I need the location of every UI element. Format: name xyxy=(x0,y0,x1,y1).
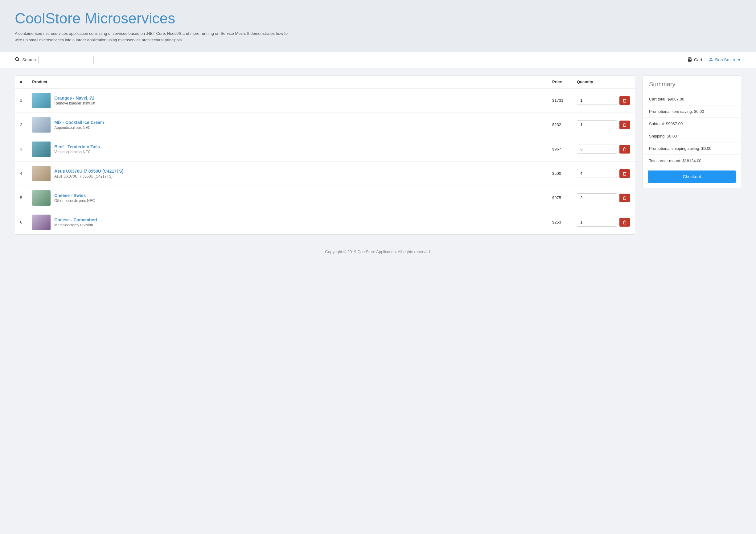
product-name[interactable]: Asus UX370U i7 8550U (C4217TS) xyxy=(54,169,123,174)
table-row: 3Beef - Tenderloin TailsVessel operation… xyxy=(15,137,635,161)
search-area: Search xyxy=(15,56,94,64)
search-label: Search xyxy=(22,57,36,62)
product-name[interactable]: Cheese - Camembert xyxy=(54,217,97,222)
footer: Copyright © 2019 CoolStore Application. … xyxy=(0,242,756,261)
summary-subtotal: Subtotal: $9067.00 xyxy=(643,118,741,130)
summary-header: Summary xyxy=(643,76,741,93)
product-table: # Product Price Quantity 1Oranges - Nave… xyxy=(15,76,635,234)
toolbar-right: Cart Bob Smith ▼ xyxy=(687,57,741,63)
row-quantity xyxy=(572,113,635,137)
product-description: Asus UX370U i7 8550U (C4217TS) xyxy=(54,174,123,178)
row-product: Cheese - CamembertMastoidectomy revision xyxy=(27,210,547,234)
product-description: Other bone dx proc NEC xyxy=(54,199,94,203)
row-num: 2 xyxy=(15,113,27,137)
product-table-wrap: # Product Price Quantity 1Oranges - Nave… xyxy=(15,75,635,235)
product-thumbnail xyxy=(32,142,51,157)
summary-title: Summary xyxy=(649,81,676,88)
col-header-price: Price xyxy=(547,76,572,88)
footer-text: Copyright © 2019 CoolStore Application. … xyxy=(325,250,431,254)
delete-button[interactable] xyxy=(619,96,630,105)
col-header-num: # xyxy=(15,76,27,88)
delete-button[interactable] xyxy=(619,218,630,227)
table-row: 1Oranges - Navel, 72Remove bladder stimu… xyxy=(15,88,635,113)
row-quantity xyxy=(572,210,635,234)
product-thumbnail xyxy=(32,166,51,181)
row-price: $967 xyxy=(547,137,572,161)
product-thumbnail xyxy=(32,93,51,108)
product-thumbnail xyxy=(32,215,51,230)
table-row: 2Mix - Cocktail Ice CreamAppendiceal ops… xyxy=(15,113,635,137)
product-name[interactable]: Mix - Cocktail Ice Cream xyxy=(54,120,104,125)
quantity-input[interactable] xyxy=(577,120,617,129)
row-product: Asus UX370U i7 8550U (C4217TS)Asus UX370… xyxy=(27,161,547,186)
delete-button[interactable] xyxy=(619,120,630,129)
row-num: 1 xyxy=(15,88,27,113)
delete-button[interactable] xyxy=(619,194,630,202)
chevron-down-icon: ▼ xyxy=(737,57,741,62)
row-product: Mix - Cocktail Ice CreamAppendiceal ops … xyxy=(27,113,547,137)
row-product: Oranges - Navel, 72Remove bladder stimul… xyxy=(27,88,547,113)
user-name: Bob Smith xyxy=(715,57,735,62)
summary-shipping: Shipping: $0.00 xyxy=(643,130,741,143)
row-price: $253 xyxy=(547,210,572,234)
svg-point-3 xyxy=(710,58,712,59)
table-row: 5Cheese - SwissOther bone dx proc NEC$97… xyxy=(15,186,635,210)
row-price: $500 xyxy=(547,161,572,186)
product-thumbnail xyxy=(32,117,51,133)
cart-button[interactable]: Cart xyxy=(687,57,702,63)
product-description: Mastoidectomy revision xyxy=(54,223,97,227)
search-icon xyxy=(15,57,20,63)
summary-promo-saving: Promotional item saving: $0.00 xyxy=(643,105,741,118)
checkout-button[interactable]: Checkout xyxy=(648,171,736,183)
col-header-product: Product xyxy=(27,76,547,88)
svg-point-0 xyxy=(15,57,19,61)
svg-line-1 xyxy=(18,60,19,61)
table-header-row: # Product Price Quantity xyxy=(15,76,635,88)
row-quantity xyxy=(572,161,635,186)
row-product: Cheese - SwissOther bone dx proc NEC xyxy=(27,186,547,210)
quantity-input[interactable] xyxy=(577,169,617,178)
row-price: $232 xyxy=(547,113,572,137)
product-description: Vessel operation NEC xyxy=(54,150,100,154)
table-row: 6Cheese - CamembertMastoidectomy revisio… xyxy=(15,210,635,234)
row-num: 3 xyxy=(15,137,27,161)
row-product: Beef - Tenderloin TailsVessel operation … xyxy=(27,137,547,161)
user-button[interactable]: Bob Smith ▼ xyxy=(709,57,741,63)
toolbar: Search Cart Bob Smith ▼ xyxy=(0,52,756,68)
delete-button[interactable] xyxy=(619,169,630,178)
app-title: CoolStore Microservices xyxy=(15,10,741,27)
summary-panel: Summary Cart total: $9067.00 Promotional… xyxy=(642,75,741,188)
quantity-input[interactable] xyxy=(577,145,617,153)
app-description: A containerised microservices applicatio… xyxy=(15,31,292,43)
product-name[interactable]: Cheese - Swiss xyxy=(54,193,94,198)
header: CoolStore Microservices A containerised … xyxy=(0,0,756,52)
summary-total: Total order mount: $18134.00 xyxy=(643,155,741,167)
row-price: $1731 xyxy=(547,88,572,113)
summary-cart-total: Cart total: $9067.00 xyxy=(643,93,741,105)
cart-label: Cart xyxy=(694,57,702,62)
summary-promo-shipping: Promotional shipping saving: $0.00 xyxy=(643,143,741,155)
product-thumbnail xyxy=(32,190,51,206)
row-quantity xyxy=(572,88,635,113)
product-name[interactable]: Oranges - Navel, 72 xyxy=(54,95,95,100)
row-quantity xyxy=(572,137,635,161)
user-icon xyxy=(709,57,714,63)
row-num: 5 xyxy=(15,186,27,210)
quantity-input[interactable] xyxy=(577,218,617,227)
row-quantity xyxy=(572,186,635,210)
product-name[interactable]: Beef - Tenderloin Tails xyxy=(54,144,100,149)
row-price: $975 xyxy=(547,186,572,210)
table-row: 4Asus UX370U i7 8550U (C4217TS)Asus UX37… xyxy=(15,161,635,186)
product-description: Remove bladder stimulat xyxy=(54,101,95,105)
row-num: 4 xyxy=(15,161,27,186)
quantity-input[interactable] xyxy=(577,193,617,202)
main-content: # Product Price Quantity 1Oranges - Nave… xyxy=(0,68,756,242)
col-header-quantity: Quantity xyxy=(572,76,635,88)
search-input[interactable] xyxy=(38,56,94,64)
cart-icon xyxy=(687,57,692,63)
row-num: 6 xyxy=(15,210,27,234)
product-description: Appendiceal ops NEC xyxy=(54,125,104,130)
delete-button[interactable] xyxy=(619,145,630,153)
quantity-input[interactable] xyxy=(577,96,617,105)
